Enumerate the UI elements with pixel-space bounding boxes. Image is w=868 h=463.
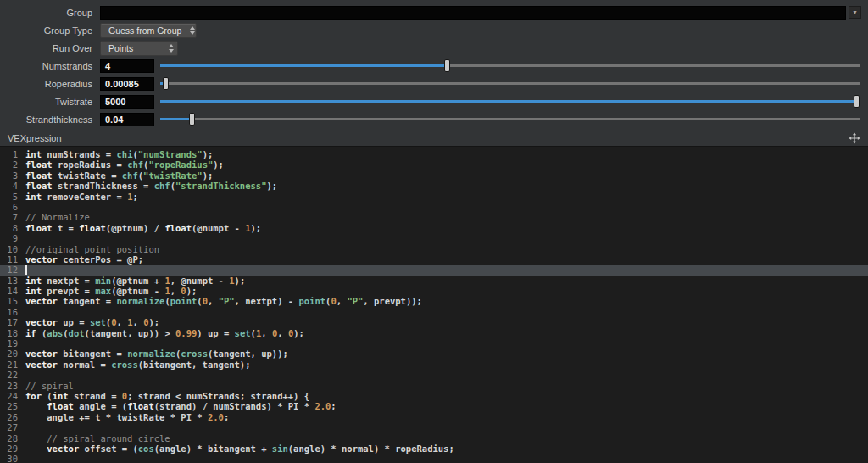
twistrate-label: Twistrate [0, 97, 100, 107]
code-line[interactable]: 18if (abs(dot(tangent, up)) > 0.99) up =… [0, 328, 868, 338]
code-line[interactable]: 19 [0, 338, 868, 349]
code-line[interactable]: 21vector normal = cross(bitangent, tange… [0, 360, 868, 370]
code-text: int removeCenter = 1; [25, 192, 138, 202]
code-text: angle += t * twistRate * PI * 2.0; [25, 412, 229, 422]
menu-spinner-icon [160, 44, 174, 53]
line-number: 2 [0, 159, 25, 170]
code-line[interactable]: 7// Normalize [0, 212, 868, 222]
code-line[interactable]: 28 // spiral around circle [0, 433, 868, 443]
slider-handle[interactable] [163, 77, 169, 90]
code-text: float ropeRadius = chf("ropeRadius"); [25, 159, 224, 170]
chevron-down-icon: ▾ [853, 9, 856, 16]
twistrate-input[interactable]: 5000 [100, 95, 154, 109]
code-text: float t = float(@ptnum) / float(@numpt -… [25, 223, 261, 233]
code-lines-container: 1int numStrands = chi("numStrands");2flo… [0, 149, 868, 463]
strandthickness-slider[interactable] [160, 110, 861, 128]
code-line[interactable]: 15vector tangent = normalize(point(0, "P… [0, 296, 868, 306]
twistrate-value: 5000 [105, 97, 125, 107]
run-over-value: Points [108, 43, 133, 53]
roperadius-value: 0.00085 [105, 79, 139, 89]
code-line[interactable]: 2float ropeRadius = chf("ropeRadius"); [0, 159, 868, 170]
code-line[interactable]: 29 vector offset = (cos(angle) * bitange… [0, 443, 868, 454]
parameter-panel: Group ▾ Group Type Guess from Group Run … [0, 0, 868, 128]
run-over-menu[interactable]: Points [100, 41, 178, 56]
slider-handle[interactable] [444, 59, 450, 72]
code-line[interactable]: 1int numStrands = chi("numStrands"); [0, 149, 868, 159]
code-text: int prevpt = max(@ptnum - 1, 0); [25, 286, 197, 296]
code-line[interactable]: 5int removeCenter = 1; [0, 192, 868, 202]
group-input[interactable] [100, 6, 846, 20]
code-line[interactable]: 9 [0, 233, 868, 243]
code-line[interactable]: 14int prevpt = max(@ptnum - 1, 0); [0, 286, 868, 296]
twistrate-slider[interactable] [160, 92, 861, 110]
group-label: Group [0, 8, 100, 18]
code-text: vector normal = cross(bitangent, tangent… [25, 360, 251, 370]
line-number: 16 [0, 307, 25, 317]
code-line[interactable]: 16 [0, 307, 868, 317]
code-line[interactable]: 20vector bitangent = normalize(cross(tan… [0, 349, 868, 359]
code-line[interactable]: 30 [0, 454, 868, 463]
roperadius-slider[interactable] [160, 75, 861, 92]
code-text [25, 265, 27, 275]
code-text: //original point position [25, 244, 159, 254]
code-line[interactable]: 8float t = float(@ptnum) / float(@numpt … [0, 223, 868, 233]
code-text: vector offset = (cos(angle) * bitangent … [25, 443, 454, 454]
line-number: 3 [0, 170, 25, 181]
numstrands-label: Numstrands [0, 61, 100, 71]
code-line[interactable]: 17vector up = set(0, 1, 0); [0, 317, 868, 327]
vex-code-editor[interactable]: 1int numStrands = chi("numStrands");2flo… [0, 146, 868, 463]
line-number: 5 [0, 192, 25, 202]
code-line[interactable]: 26 angle += t * twistRate * PI * 2.0; [0, 412, 868, 422]
code-line[interactable]: 27 [0, 422, 868, 432]
wrangle-parameter-pane: Group ▾ Group Type Guess from Group Run … [0, 0, 868, 463]
line-number: 14 [0, 286, 25, 296]
code-text: if (abs(dot(tangent, up)) > 0.99) up = s… [25, 328, 304, 338]
numstrands-input[interactable]: 4 [100, 59, 154, 73]
group-type-label: Group Type [0, 25, 100, 36]
code-line[interactable]: 25 float angle = (float(strand) / numStr… [0, 401, 868, 411]
code-text: for (int strand = 0; strand < numStrands… [25, 391, 309, 401]
slider-handle[interactable] [189, 113, 195, 126]
code-line[interactable]: 12 [0, 265, 868, 275]
numstrands-slider[interactable] [160, 57, 861, 75]
code-line[interactable]: 6 [0, 202, 868, 212]
param-row-roperadius: Roperadius 0.00085 [0, 75, 868, 92]
code-text: vector up = set(0, 1, 0); [25, 317, 159, 327]
code-line[interactable]: 11vector centerPos = @P; [0, 254, 868, 265]
param-row-strandthickness: Strandthickness 0.04 [0, 110, 868, 128]
line-number: 10 [0, 244, 25, 254]
line-number: 26 [0, 412, 25, 422]
strandthickness-value: 0.04 [105, 114, 123, 125]
group-type-menu[interactable]: Guess from Group [100, 23, 197, 38]
line-number: 4 [0, 181, 25, 191]
line-number: 25 [0, 401, 25, 411]
vexpression-label: VEXpression [8, 133, 62, 143]
code-line[interactable]: 10//original point position [0, 244, 868, 254]
numstrands-value: 4 [105, 61, 110, 71]
line-number: 29 [0, 443, 25, 454]
strandthickness-label: Strandthickness [0, 114, 100, 125]
slider-fill [160, 118, 190, 120]
group-dropdown-button[interactable]: ▾ [849, 6, 861, 19]
slider-fill [160, 100, 860, 103]
code-line[interactable]: 22 [0, 370, 868, 380]
slider-track [160, 118, 860, 120]
roperadius-label: Roperadius [0, 79, 100, 89]
slider-track [160, 82, 860, 85]
pane-move-handle-icon[interactable] [848, 131, 860, 144]
line-number: 15 [0, 296, 25, 306]
slider-handle[interactable] [854, 95, 860, 108]
code-line[interactable]: 24for (int strand = 0; strand < numStran… [0, 391, 868, 401]
roperadius-input[interactable]: 0.00085 [100, 77, 154, 91]
param-row-run-over: Run Over Points [0, 39, 868, 57]
code-line[interactable]: 23// spiral [0, 381, 868, 391]
code-line[interactable]: 13int nextpt = min(@ptnum + 1, @numpt - … [0, 276, 868, 286]
code-text: vector bitangent = normalize(cross(tange… [25, 349, 288, 359]
code-line[interactable]: 4float strandThickness = chf("strandThic… [0, 181, 868, 191]
run-over-label: Run Over [0, 43, 100, 53]
code-line[interactable]: 3float twistRate = chf("twistRate"); [0, 170, 868, 181]
param-row-numstrands: Numstrands 4 [0, 57, 868, 75]
line-number: 19 [0, 338, 25, 349]
param-row-group-type: Group Type Guess from Group [0, 21, 868, 39]
strandthickness-input[interactable]: 0.04 [100, 113, 154, 126]
